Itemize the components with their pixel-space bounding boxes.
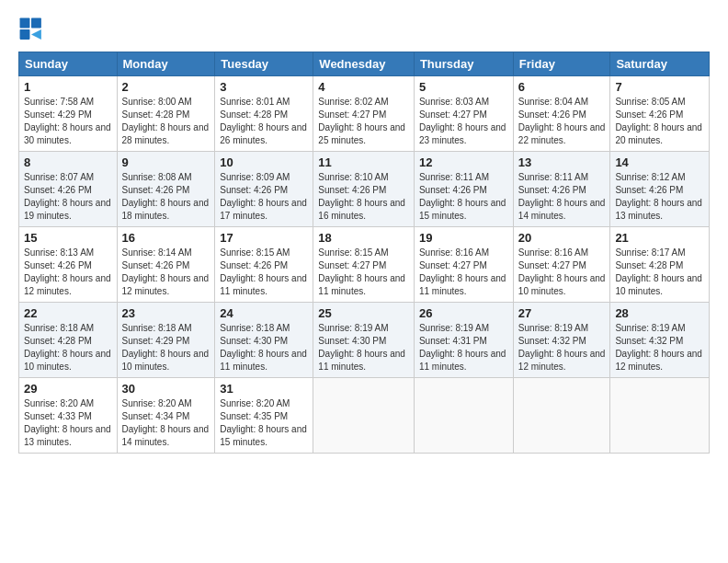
calendar-cell: 6 Sunrise: 8:04 AM Sunset: 4:26 PM Dayli… xyxy=(513,76,610,152)
calendar-cell: 24 Sunrise: 8:18 AM Sunset: 4:30 PM Dayl… xyxy=(215,303,313,378)
day-number: 25 xyxy=(318,306,409,320)
calendar-cell: 14 Sunrise: 8:12 AM Sunset: 4:26 PM Dayl… xyxy=(610,152,710,227)
calendar-cell: 15 Sunrise: 8:13 AM Sunset: 4:26 PM Dayl… xyxy=(19,227,118,303)
day-info: Sunrise: 8:17 AM Sunset: 4:28 PM Dayligh… xyxy=(615,247,704,298)
weekday-header: Sunday xyxy=(19,52,118,76)
weekday-header: Thursday xyxy=(414,52,513,76)
calendar-cell: 9 Sunrise: 8:08 AM Sunset: 4:26 PM Dayli… xyxy=(117,152,215,227)
day-number: 5 xyxy=(419,80,508,94)
calendar-cell: 8 Sunrise: 8:07 AM Sunset: 4:26 PM Dayli… xyxy=(19,152,118,227)
day-info: Sunrise: 8:13 AM Sunset: 4:26 PM Dayligh… xyxy=(24,247,112,298)
day-info: Sunrise: 8:20 AM Sunset: 4:35 PM Dayligh… xyxy=(220,397,308,449)
calendar-cell: 5 Sunrise: 8:03 AM Sunset: 4:27 PM Dayli… xyxy=(414,76,513,152)
calendar-cell: 13 Sunrise: 8:11 AM Sunset: 4:26 PM Dayl… xyxy=(513,152,610,227)
day-number: 10 xyxy=(220,155,308,169)
calendar-week-row: 8 Sunrise: 8:07 AM Sunset: 4:26 PM Dayli… xyxy=(19,152,710,227)
day-info: Sunrise: 8:15 AM Sunset: 4:27 PM Dayligh… xyxy=(318,247,409,298)
day-info: Sunrise: 8:18 AM Sunset: 4:28 PM Dayligh… xyxy=(24,322,112,373)
calendar-cell: 21 Sunrise: 8:17 AM Sunset: 4:28 PM Dayl… xyxy=(610,227,710,303)
calendar-cell xyxy=(610,378,710,454)
day-number: 23 xyxy=(122,306,210,320)
calendar-cell: 17 Sunrise: 8:15 AM Sunset: 4:26 PM Dayl… xyxy=(215,227,313,303)
calendar-cell: 27 Sunrise: 8:19 AM Sunset: 4:32 PM Dayl… xyxy=(513,303,610,378)
calendar-week-row: 29 Sunrise: 8:20 AM Sunset: 4:33 PM Dayl… xyxy=(19,378,710,454)
day-info: Sunrise: 8:11 AM Sunset: 4:26 PM Dayligh… xyxy=(419,171,508,223)
svg-rect-0 xyxy=(20,18,30,29)
day-number: 4 xyxy=(318,80,409,94)
day-number: 13 xyxy=(518,155,606,169)
day-number: 19 xyxy=(419,231,508,245)
day-info: Sunrise: 8:11 AM Sunset: 4:26 PM Dayligh… xyxy=(518,171,606,223)
day-number: 14 xyxy=(615,155,704,169)
day-number: 6 xyxy=(518,80,606,94)
day-info: Sunrise: 8:07 AM Sunset: 4:26 PM Dayligh… xyxy=(24,171,112,223)
day-info: Sunrise: 8:18 AM Sunset: 4:30 PM Dayligh… xyxy=(220,322,308,373)
calendar-week-row: 15 Sunrise: 8:13 AM Sunset: 4:26 PM Dayl… xyxy=(19,227,710,303)
day-info: Sunrise: 7:58 AM Sunset: 4:29 PM Dayligh… xyxy=(24,96,112,147)
calendar-cell: 4 Sunrise: 8:02 AM Sunset: 4:27 PM Dayli… xyxy=(313,76,415,152)
day-info: Sunrise: 8:04 AM Sunset: 4:26 PM Dayligh… xyxy=(518,96,606,147)
calendar-cell xyxy=(414,378,513,454)
day-number: 15 xyxy=(24,231,112,245)
calendar-cell: 16 Sunrise: 8:14 AM Sunset: 4:26 PM Dayl… xyxy=(117,227,215,303)
day-number: 24 xyxy=(220,306,308,320)
day-number: 31 xyxy=(220,382,308,396)
calendar-cell: 28 Sunrise: 8:19 AM Sunset: 4:32 PM Dayl… xyxy=(610,303,710,378)
calendar-week-row: 1 Sunrise: 7:58 AM Sunset: 4:29 PM Dayli… xyxy=(19,76,710,152)
weekday-header: Saturday xyxy=(610,52,710,76)
day-info: Sunrise: 8:02 AM Sunset: 4:27 PM Dayligh… xyxy=(318,96,409,147)
calendar-week-row: 22 Sunrise: 8:18 AM Sunset: 4:28 PM Dayl… xyxy=(19,303,710,378)
day-number: 16 xyxy=(122,231,210,245)
calendar-cell xyxy=(313,378,415,454)
day-info: Sunrise: 8:05 AM Sunset: 4:26 PM Dayligh… xyxy=(615,96,704,147)
day-number: 26 xyxy=(419,306,508,320)
logo-icon xyxy=(18,17,44,42)
day-info: Sunrise: 8:20 AM Sunset: 4:34 PM Dayligh… xyxy=(122,397,210,449)
svg-marker-3 xyxy=(31,29,41,40)
calendar-cell: 10 Sunrise: 8:09 AM Sunset: 4:26 PM Dayl… xyxy=(215,152,313,227)
calendar-cell xyxy=(513,378,610,454)
svg-rect-2 xyxy=(20,29,30,40)
day-number: 18 xyxy=(318,231,409,245)
weekday-header: Friday xyxy=(513,52,610,76)
calendar-cell: 31 Sunrise: 8:20 AM Sunset: 4:35 PM Dayl… xyxy=(215,378,313,454)
calendar-cell: 19 Sunrise: 8:16 AM Sunset: 4:27 PM Dayl… xyxy=(414,227,513,303)
calendar-cell: 1 Sunrise: 7:58 AM Sunset: 4:29 PM Dayli… xyxy=(19,76,118,152)
calendar-cell: 22 Sunrise: 8:18 AM Sunset: 4:28 PM Dayl… xyxy=(19,303,118,378)
day-info: Sunrise: 8:08 AM Sunset: 4:26 PM Dayligh… xyxy=(122,171,210,223)
day-info: Sunrise: 8:18 AM Sunset: 4:29 PM Dayligh… xyxy=(122,322,210,373)
day-number: 30 xyxy=(122,382,210,396)
day-info: Sunrise: 8:16 AM Sunset: 4:27 PM Dayligh… xyxy=(419,247,508,298)
day-number: 20 xyxy=(518,231,606,245)
day-info: Sunrise: 8:03 AM Sunset: 4:27 PM Dayligh… xyxy=(419,96,508,147)
day-info: Sunrise: 8:20 AM Sunset: 4:33 PM Dayligh… xyxy=(24,397,112,449)
logo xyxy=(18,17,48,42)
weekday-header: Wednesday xyxy=(313,52,415,76)
calendar-table: SundayMondayTuesdayWednesdayThursdayFrid… xyxy=(18,52,710,454)
day-info: Sunrise: 8:19 AM Sunset: 4:31 PM Dayligh… xyxy=(419,322,508,373)
day-info: Sunrise: 8:00 AM Sunset: 4:28 PM Dayligh… xyxy=(122,96,210,147)
day-info: Sunrise: 8:19 AM Sunset: 4:30 PM Dayligh… xyxy=(318,322,409,373)
day-info: Sunrise: 8:15 AM Sunset: 4:26 PM Dayligh… xyxy=(220,247,308,298)
calendar-cell: 23 Sunrise: 8:18 AM Sunset: 4:29 PM Dayl… xyxy=(117,303,215,378)
page-container: SundayMondayTuesdayWednesdayThursdayFrid… xyxy=(0,0,728,465)
day-number: 3 xyxy=(220,80,308,94)
calendar-cell: 11 Sunrise: 8:10 AM Sunset: 4:26 PM Dayl… xyxy=(313,152,415,227)
weekday-header: Tuesday xyxy=(215,52,313,76)
day-number: 22 xyxy=(24,306,112,320)
day-info: Sunrise: 8:09 AM Sunset: 4:26 PM Dayligh… xyxy=(220,171,308,223)
day-number: 11 xyxy=(318,155,409,169)
day-number: 21 xyxy=(615,231,704,245)
day-info: Sunrise: 8:19 AM Sunset: 4:32 PM Dayligh… xyxy=(518,322,606,373)
day-info: Sunrise: 8:14 AM Sunset: 4:26 PM Dayligh… xyxy=(122,247,210,298)
day-info: Sunrise: 8:16 AM Sunset: 4:27 PM Dayligh… xyxy=(518,247,606,298)
calendar-cell: 26 Sunrise: 8:19 AM Sunset: 4:31 PM Dayl… xyxy=(414,303,513,378)
calendar-cell: 20 Sunrise: 8:16 AM Sunset: 4:27 PM Dayl… xyxy=(513,227,610,303)
day-number: 8 xyxy=(24,155,112,169)
header xyxy=(18,17,710,42)
day-info: Sunrise: 8:19 AM Sunset: 4:32 PM Dayligh… xyxy=(615,322,704,373)
calendar-header-row: SundayMondayTuesdayWednesdayThursdayFrid… xyxy=(19,52,710,76)
calendar-cell: 30 Sunrise: 8:20 AM Sunset: 4:34 PM Dayl… xyxy=(117,378,215,454)
calendar-cell: 2 Sunrise: 8:00 AM Sunset: 4:28 PM Dayli… xyxy=(117,76,215,152)
day-number: 27 xyxy=(518,306,606,320)
